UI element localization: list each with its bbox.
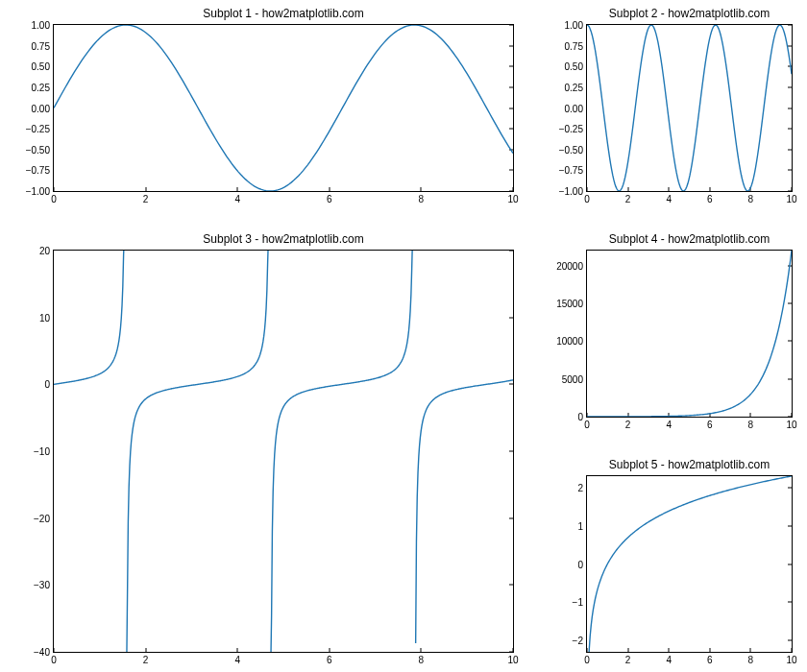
y-tick-label: 0.75 — [32, 40, 54, 51]
x-tick-label: 10 — [786, 417, 796, 430]
y-tick-label: −0.75 — [26, 165, 54, 176]
y-tick-label: 5000 — [562, 373, 587, 384]
x-tick-label: 4 — [666, 191, 672, 204]
subplot-2-axes: −1.00−0.75−0.50−0.250.000.250.500.751.00… — [586, 24, 793, 192]
x-tick-label: 0 — [51, 652, 57, 665]
line-series — [54, 25, 513, 191]
subplot-1-title: Subplot 1 - how2matplotlib.com — [53, 7, 514, 20]
x-tick-label: 4 — [234, 652, 240, 665]
y-tick-label: −0.50 — [26, 144, 54, 155]
y-tick-label: −30 — [34, 580, 54, 590]
subplot-1: Subplot 1 - how2matplotlib.com −1.00−0.7… — [53, 24, 514, 192]
y-tick-label: 0.50 — [565, 61, 587, 72]
y-tick-label: 2 — [577, 482, 587, 492]
y-tick-label: −0.50 — [559, 144, 587, 155]
y-tick-label: 15000 — [556, 299, 587, 309]
x-tick-label: 8 — [748, 191, 754, 204]
x-tick-label: 4 — [666, 417, 672, 430]
subplot-5: Subplot 5 - how2matplotlib.com −2−101202… — [586, 475, 793, 653]
subplot-3: Subplot 3 - how2matplotlib.com −40−30−20… — [53, 250, 514, 653]
y-tick-label: −20 — [34, 513, 54, 523]
y-tick-label: 1 — [577, 520, 587, 531]
x-tick-label: 6 — [707, 417, 713, 430]
y-tick-label: 0.50 — [32, 61, 54, 72]
y-tick-label: 20 — [39, 246, 54, 256]
x-tick-label: 0 — [51, 191, 57, 204]
y-tick-label: 0.25 — [565, 82, 587, 92]
x-tick-label: 2 — [143, 652, 149, 665]
y-tick-label: −10 — [34, 446, 54, 457]
x-tick-label: 10 — [786, 191, 796, 204]
x-tick-label: 0 — [584, 417, 590, 430]
x-tick-label: 2 — [143, 191, 149, 204]
y-tick-label: −0.25 — [559, 124, 587, 134]
line-series — [587, 25, 792, 191]
y-tick-label: 0.00 — [32, 103, 54, 113]
y-tick-label: 20000 — [556, 260, 587, 271]
x-tick-label: 8 — [419, 652, 425, 665]
line-series — [587, 251, 792, 417]
x-tick-label: 8 — [748, 417, 754, 430]
x-tick-label: 2 — [625, 191, 631, 204]
x-tick-label: 4 — [666, 652, 672, 665]
y-tick-label: 0 — [44, 379, 54, 390]
x-tick-label: 6 — [707, 652, 713, 665]
subplot-1-axes: −1.00−0.75−0.50−0.250.000.250.500.751.00… — [53, 24, 514, 192]
line-series — [54, 251, 513, 652]
subplot-2: Subplot 2 - how2matplotlib.com −1.00−0.7… — [586, 24, 793, 192]
y-tick-label: −1.00 — [559, 186, 587, 197]
y-tick-label: 10000 — [556, 336, 587, 347]
y-tick-label: −0.25 — [26, 124, 54, 134]
y-tick-label: 1.00 — [565, 20, 587, 31]
subplot-5-axes: −2−10120246810 — [586, 475, 793, 653]
subplot-4: Subplot 4 - how2matplotlib.com 050001000… — [586, 250, 793, 418]
subplot-3-title: Subplot 3 - how2matplotlib.com — [53, 232, 514, 246]
y-tick-label: −1.00 — [26, 186, 54, 197]
x-tick-label: 10 — [786, 652, 796, 665]
x-tick-label: 2 — [625, 652, 631, 665]
y-tick-label: −0.75 — [559, 165, 587, 176]
y-tick-label: 0 — [577, 559, 587, 569]
y-tick-label: 1.00 — [32, 20, 54, 31]
subplot-4-title: Subplot 4 - how2matplotlib.com — [586, 232, 793, 246]
y-tick-label: 10 — [39, 312, 54, 323]
x-tick-label: 4 — [234, 191, 240, 204]
x-tick-label: 0 — [584, 191, 590, 204]
x-tick-label: 6 — [327, 191, 332, 204]
subplot-3-axes: −40−30−20−10010200246810 — [53, 250, 514, 653]
x-tick-label: 8 — [748, 652, 754, 665]
y-tick-label: −2 — [573, 636, 587, 646]
subplot-5-title: Subplot 5 - how2matplotlib.com — [586, 458, 793, 471]
x-tick-label: 8 — [419, 191, 425, 204]
figure: Subplot 1 - how2matplotlib.com −1.00−0.7… — [0, 0, 807, 672]
y-tick-label: 0.00 — [565, 103, 587, 113]
subplot-4-axes: 050001000015000200000246810 — [586, 250, 793, 418]
y-tick-label: 0.25 — [32, 82, 54, 92]
y-tick-label: −1 — [573, 597, 587, 608]
x-tick-label: 2 — [625, 417, 631, 430]
x-tick-label: 10 — [507, 191, 518, 204]
subplot-2-title: Subplot 2 - how2matplotlib.com — [586, 7, 793, 20]
x-tick-label: 10 — [507, 652, 518, 665]
line-series — [588, 476, 792, 652]
y-tick-label: 0.75 — [565, 40, 587, 51]
x-tick-label: 6 — [707, 191, 713, 204]
x-tick-label: 0 — [584, 652, 590, 665]
x-tick-label: 6 — [327, 652, 332, 665]
